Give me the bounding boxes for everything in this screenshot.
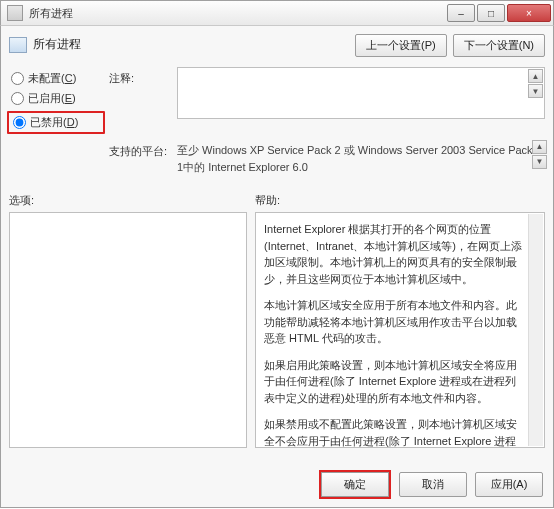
- help-p3: 如果启用此策略设置，则本地计算机区域安全将应用于由任何进程(除了 Interne…: [264, 357, 526, 407]
- notes-scroll-down-icon[interactable]: ▼: [528, 84, 543, 98]
- platform-scroll-down-icon[interactable]: ▼: [532, 155, 547, 169]
- radio-unconfigured-label: 未配置(C): [28, 71, 76, 86]
- titlebar: 所有进程 – □ ×: [0, 0, 554, 26]
- radio-disabled[interactable]: 已禁用(D): [13, 115, 99, 130]
- help-scrollbar[interactable]: [528, 214, 543, 446]
- panes: Internet Explorer 根据其打开的各个网页的位置(Internet…: [9, 212, 545, 448]
- radio-disabled-label: 已禁用(D): [30, 115, 78, 130]
- radio-disabled-highlight: 已禁用(D): [7, 111, 105, 134]
- platform-text: 至少 Windows XP Service Pack 2 或 Windows S…: [177, 140, 545, 175]
- page-heading-text: 所有进程: [33, 36, 81, 53]
- window-title: 所有进程: [29, 6, 447, 21]
- radio-enabled-input[interactable]: [11, 92, 24, 105]
- nav-buttons: 上一个设置(P) 下一个设置(N): [355, 34, 545, 57]
- header-row: 所有进程 上一个设置(P) 下一个设置(N): [9, 34, 545, 57]
- options-pane[interactable]: [9, 212, 247, 448]
- radio-disabled-input[interactable]: [13, 116, 26, 129]
- platform-label: 支持的平台:: [109, 140, 173, 159]
- state-radios: 未配置(C) 已启用(E) 已禁用(D): [9, 67, 105, 134]
- help-p1: Internet Explorer 根据其打开的各个网页的位置(Internet…: [264, 221, 526, 287]
- close-button[interactable]: ×: [507, 4, 551, 22]
- notes-field[interactable]: ▲ ▼: [177, 67, 545, 119]
- client-area: 所有进程 上一个设置(P) 下一个设置(N) 未配置(C) 已启用(E) 已禁用…: [0, 26, 554, 508]
- page-heading: 所有进程: [9, 34, 81, 53]
- ok-button[interactable]: 确定: [321, 472, 389, 497]
- footer-buttons: 确定 取消 应用(A): [319, 470, 543, 499]
- options-label: 选项:: [9, 193, 255, 208]
- help-pane: Internet Explorer 根据其打开的各个网页的位置(Internet…: [255, 212, 545, 448]
- minimize-button[interactable]: –: [447, 4, 475, 22]
- platform-text-value: 至少 Windows XP Service Pack 2 或 Windows S…: [177, 144, 533, 173]
- process-list-icon: [9, 37, 27, 53]
- notes-scroll-up-icon[interactable]: ▲: [528, 69, 543, 83]
- next-setting-button[interactable]: 下一个设置(N): [453, 34, 545, 57]
- radio-unconfigured[interactable]: 未配置(C): [11, 71, 105, 86]
- radio-unconfigured-input[interactable]: [11, 72, 24, 85]
- prev-setting-button[interactable]: 上一个设置(P): [355, 34, 447, 57]
- platform-scroll-up-icon[interactable]: ▲: [532, 140, 547, 154]
- window-buttons: – □ ×: [447, 4, 551, 22]
- help-label: 帮助:: [255, 193, 280, 208]
- ok-button-highlight: 确定: [319, 470, 391, 499]
- pane-labels: 选项: 帮助:: [9, 193, 545, 208]
- notes-label: 注释:: [109, 67, 173, 86]
- help-p4: 如果禁用或不配置此策略设置，则本地计算机区域安全不会应用于由任何进程(除了 In…: [264, 416, 526, 448]
- radio-enabled-label: 已启用(E): [28, 91, 76, 106]
- help-p2: 本地计算机区域安全应用于所有本地文件和内容。此功能帮助减轻将本地计算机区域用作攻…: [264, 297, 526, 347]
- radio-enabled[interactable]: 已启用(E): [11, 91, 105, 106]
- app-icon: [7, 5, 23, 21]
- settings-grid: 未配置(C) 已启用(E) 已禁用(D) 注释: ▲ ▼ 支持的平台: 至少 W…: [9, 67, 545, 175]
- apply-button[interactable]: 应用(A): [475, 472, 543, 497]
- cancel-button[interactable]: 取消: [399, 472, 467, 497]
- maximize-button[interactable]: □: [477, 4, 505, 22]
